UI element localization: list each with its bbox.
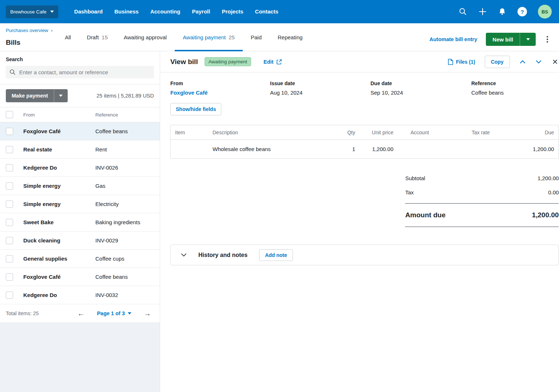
page-header: Purchases overview › Bills All Draft15 A… (0, 23, 559, 51)
new-bill-label[interactable]: New bill (486, 33, 520, 46)
bill-fields: From Foxglove Café Issue date Aug 10, 20… (170, 80, 559, 96)
row-reference: Rent (95, 146, 107, 153)
next-bill-icon[interactable] (535, 60, 542, 64)
row-checkbox[interactable] (6, 237, 13, 244)
amount-due-row: Amount due 1,200.00 (405, 206, 559, 223)
more-options-icon[interactable] (544, 34, 550, 45)
show-hide-fields-button[interactable]: Show/hide fields (170, 103, 221, 115)
bill-detail-header: View bill Awaiting payment Edit Files (1… (160, 51, 559, 72)
row-checkbox[interactable] (6, 164, 13, 171)
new-bill-dropdown[interactable] (520, 33, 536, 46)
column-reference: Reference (95, 112, 118, 118)
org-switcher[interactable]: Brewhouse Cafe (6, 5, 58, 18)
search-input[interactable] (19, 69, 150, 75)
add-note-button[interactable]: Add note (259, 249, 293, 261)
column-description: Description (213, 130, 333, 135)
copy-button[interactable]: Copy (485, 56, 510, 68)
tab-draft[interactable]: Draft15 (79, 23, 116, 51)
bill-list-row[interactable]: Foxglove Café Coffee beans (0, 122, 160, 140)
row-contact: Foxglove Café (23, 274, 95, 280)
bill-list-row[interactable]: Foxglove Café Coffee beans (0, 268, 160, 286)
bill-list-row[interactable]: Simple energy Electricity (0, 195, 160, 213)
row-checkbox[interactable] (6, 146, 13, 153)
prev-page-icon[interactable]: ← (74, 309, 87, 318)
contact-link[interactable]: Foxglove Café (170, 90, 270, 96)
bill-list-row[interactable]: General supplies Coffee cups (0, 250, 160, 268)
next-page-icon[interactable]: → (141, 309, 154, 318)
close-icon[interactable]: ✕ (551, 58, 559, 66)
line-items-header: Item Description Qty Unit price Account … (171, 125, 558, 140)
row-checkbox[interactable] (6, 255, 13, 262)
tab-all[interactable]: All (57, 23, 79, 51)
field-value: Sep 10, 2024 (370, 90, 471, 96)
column-account: Account (393, 130, 472, 135)
external-link-icon (276, 59, 282, 65)
help-icon[interactable]: ? (518, 7, 527, 16)
page-selector[interactable]: Page 1 of 3 (97, 310, 131, 316)
previous-bill-icon[interactable] (519, 60, 526, 64)
nav-business[interactable]: Business (108, 0, 144, 23)
field-label: Reference (471, 80, 559, 86)
make-payment-dropdown[interactable] (54, 89, 68, 102)
breadcrumb[interactable]: Purchases overview › (6, 28, 53, 33)
page-title-wrap: Bills (6, 39, 20, 51)
breadcrumb-link[interactable]: Purchases overview (6, 28, 48, 33)
collapse-section-icon[interactable] (181, 253, 187, 257)
page-title: Bills (6, 39, 20, 47)
make-payment-button[interactable]: Make payment (6, 89, 68, 102)
select-all-checkbox[interactable] (6, 111, 13, 118)
files-link[interactable]: Files (1) (448, 59, 475, 65)
row-reference: Baking ingredients (95, 219, 140, 225)
bill-list-row[interactable]: Kedgeree Do INV-0026 (0, 159, 160, 177)
field-value: Aug 10, 2024 (270, 90, 370, 96)
nav-dashboard[interactable]: Dashboard (68, 0, 108, 23)
tab-awaiting-approval[interactable]: Awaiting approval (116, 23, 175, 51)
row-checkbox[interactable] (6, 182, 13, 190)
subtotal-label: Subtotal (405, 175, 425, 181)
tab-awaiting-payment[interactable]: Awaiting payment25 (175, 23, 243, 51)
cell-qty: 1 (333, 146, 355, 152)
notifications-bell-icon[interactable] (498, 7, 507, 16)
avatar[interactable]: BS (538, 5, 552, 19)
tab-repeating[interactable]: Repeating (270, 23, 310, 51)
bill-detail-tools: Files (1) Copy ✕ (448, 56, 559, 68)
automate-bill-entry-link[interactable]: Automate bill entry (429, 36, 477, 42)
nav-projects[interactable]: Projects (216, 0, 249, 23)
row-checkbox[interactable] (6, 128, 13, 135)
new-bill-button[interactable]: New bill (486, 33, 536, 46)
search-icon[interactable] (459, 7, 467, 16)
bills-list-panel: Search Make payment 25 items | 5,281.89 … (0, 51, 160, 392)
chevron-down-icon (50, 11, 54, 13)
row-reference: Coffee cups (95, 256, 124, 262)
nav-payroll[interactable]: Payroll (186, 0, 216, 23)
row-reference: Electricity (95, 201, 119, 207)
tax-value: 0.00 (548, 189, 559, 195)
add-icon[interactable] (478, 7, 487, 16)
bill-list-row[interactable]: Kedgeree Do INV-0032 (0, 286, 160, 304)
items-summary: 25 items | 5,281.89 USD (96, 93, 154, 99)
nav-contacts[interactable]: Contacts (249, 0, 284, 23)
search-box[interactable] (6, 66, 154, 78)
row-reference: INV-0026 (95, 165, 118, 171)
make-payment-label[interactable]: Make payment (6, 89, 54, 102)
row-reference: Coffee beans (95, 274, 128, 280)
row-contact: Simple energy (23, 201, 95, 207)
column-item: Item (175, 130, 213, 135)
bill-list-row[interactable]: Duck cleaning INV-0029 (0, 231, 160, 250)
field-label: From (170, 80, 270, 86)
line-items-table: Item Description Qty Unit price Account … (170, 125, 559, 159)
row-reference: Gas (95, 183, 106, 189)
row-checkbox[interactable] (6, 273, 13, 281)
bill-list-row[interactable]: Real estate Rent (0, 140, 160, 159)
tax-label: Tax (405, 189, 413, 195)
row-checkbox[interactable] (6, 201, 13, 208)
row-checkbox[interactable] (6, 219, 13, 226)
nav-accounting[interactable]: Accounting (144, 0, 186, 23)
bill-list-row[interactable]: Sweet Bake Baking ingredients (0, 213, 160, 231)
tab-draft-count: 15 (102, 34, 108, 40)
field-value: Coffee beans (471, 90, 559, 96)
bill-list-row[interactable]: Simple energy Gas (0, 177, 160, 195)
tab-paid[interactable]: Paid (243, 23, 270, 51)
edit-bill-link[interactable]: Edit (263, 59, 282, 65)
row-checkbox[interactable] (6, 292, 13, 299)
